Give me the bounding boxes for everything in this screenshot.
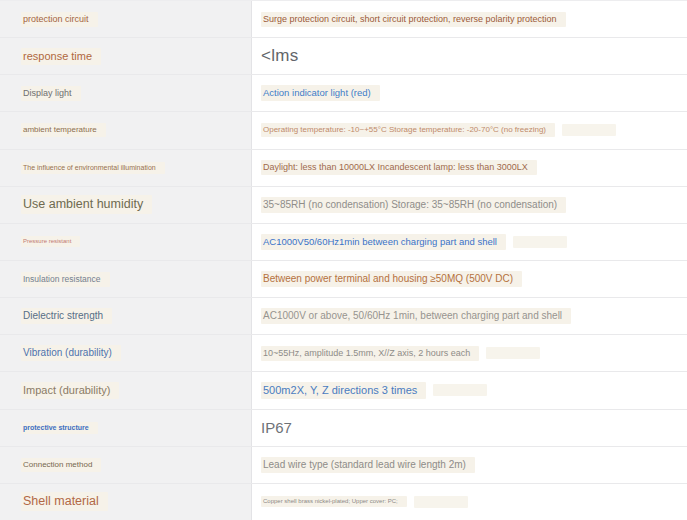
spec-value: Lead wire type (standard lead wire lengt… [261, 457, 475, 473]
spec-value-cell: Surge protection circuit, short circuit … [252, 1, 687, 37]
spec-label: Pressure resistant [21, 236, 80, 247]
spec-row: Use ambient humidity 35~85RH (no condens… [0, 187, 687, 224]
spec-row: Vibration (durability) 10~55Hz, amplitud… [0, 335, 687, 372]
spec-label-cell: Dielectric strength [0, 298, 252, 334]
spec-label-cell: Display light [0, 75, 252, 111]
spec-label: Insulation resistance [21, 272, 110, 287]
spec-label-cell: The influence of environmental illuminat… [0, 150, 252, 186]
spec-value: Surge protection circuit, short circuit … [261, 12, 566, 27]
spec-value: IP67 [261, 419, 292, 436]
spec-label: Dielectric strength [21, 308, 112, 324]
spec-value-cell: Copper shell brass nickel-plated; Upper … [252, 484, 687, 520]
spec-row: response time <lms [0, 38, 687, 75]
spec-value-cell: <lms [252, 38, 687, 74]
spec-label-cell: protective structure [0, 410, 252, 446]
spec-row: Display light Action indicator light (re… [0, 75, 687, 112]
spec-value-cell: 500m2X, Y, Z directions 3 times [252, 372, 687, 408]
spec-value: AC1000V or above, 50/60Hz 1min, between … [261, 308, 571, 324]
spec-value-cell: Operating temperature: -10~+55°C Storage… [252, 112, 687, 148]
spec-value: <lms [261, 46, 299, 66]
spec-row: Dielectric strength AC1000V or above, 50… [0, 298, 687, 335]
spec-value-cell: Daylight: less than 10000LX Incandescent… [252, 150, 687, 186]
spec-label-cell: Shell material [0, 484, 252, 520]
spec-label: response time [21, 48, 101, 65]
spec-value-cell: Between power terminal and housing ≥50MQ… [252, 261, 687, 297]
spec-value-cell: Action indicator light (red) [252, 75, 687, 111]
spec-value-cell: 35~85RH (no condensation) Storage: 35~85… [252, 187, 687, 223]
spec-label: The influence of environmental illuminat… [21, 162, 165, 174]
spec-row: ambient temperature Operating temperatur… [0, 112, 687, 149]
spec-value: Action indicator light (red) [261, 85, 380, 101]
spec-value: Operating temperature: -10~+55°C Storage… [261, 123, 555, 137]
spec-value: 10~55Hz, amplitude 1.5mm, X//Z axis, 2 h… [261, 346, 479, 361]
spec-value-cell: IP67 [252, 410, 687, 446]
spec-label: Shell material [21, 492, 108, 511]
spec-label-cell: Connection method [0, 447, 252, 483]
spec-label: Vibration (durability) [21, 345, 121, 361]
spec-value: 500m2X, Y, Z directions 3 times [261, 382, 426, 399]
spec-label-cell: protection circuit [0, 1, 252, 37]
spec-label-cell: Insulation resistance [0, 261, 252, 297]
spec-label-cell: Vibration (durability) [0, 335, 252, 371]
spec-label: Impact (durability) [21, 382, 119, 399]
spec-row: protection circuit Surge protection circ… [0, 1, 687, 38]
spec-row: Impact (durability) 500m2X, Y, Z directi… [0, 372, 687, 409]
spec-label: Connection method [21, 458, 101, 472]
spec-label: protective structure [21, 422, 98, 434]
spec-label-cell: response time [0, 38, 252, 74]
spec-value: AC1000V50/60Hz1min between charging part… [261, 234, 506, 250]
spec-label-cell: Pressure resistant [0, 224, 252, 260]
spec-row: The influence of environmental illuminat… [0, 150, 687, 187]
spec-row: Shell material Copper shell brass nickel… [0, 484, 687, 520]
spec-value-cell: Lead wire type (standard lead wire lengt… [252, 447, 687, 483]
spec-value: Between power terminal and housing ≥50MQ… [261, 271, 522, 287]
spec-label-cell: ambient temperature [0, 112, 252, 148]
spec-value-cell: 10~55Hz, amplitude 1.5mm, X//Z axis, 2 h… [252, 335, 687, 371]
spec-row: Pressure resistant AC1000V50/60Hz1min be… [0, 224, 687, 261]
spec-label: protection circuit [21, 12, 98, 27]
spec-label: Use ambient humidity [21, 195, 152, 214]
spec-value: Daylight: less than 10000LX Incandescent… [261, 160, 537, 175]
spec-value: 35~85RH (no condensation) Storage: 35~85… [261, 197, 566, 213]
spec-row: Insulation resistance Between power term… [0, 261, 687, 298]
spec-label-cell: Impact (durability) [0, 372, 252, 408]
spec-value-cell: AC1000V50/60Hz1min between charging part… [252, 224, 687, 260]
spec-row: protective structure IP67 [0, 410, 687, 447]
spec-label-cell: Use ambient humidity [0, 187, 252, 223]
spec-row: Connection method Lead wire type (standa… [0, 447, 687, 484]
spec-value-cell: AC1000V or above, 50/60Hz 1min, between … [252, 298, 687, 334]
spec-label: ambient temperature [21, 123, 106, 137]
spec-label: Display light [21, 86, 81, 101]
spec-table: protection circuit Surge protection circ… [0, 0, 687, 520]
spec-value: Copper shell brass nickel-plated; Upper … [261, 496, 407, 507]
